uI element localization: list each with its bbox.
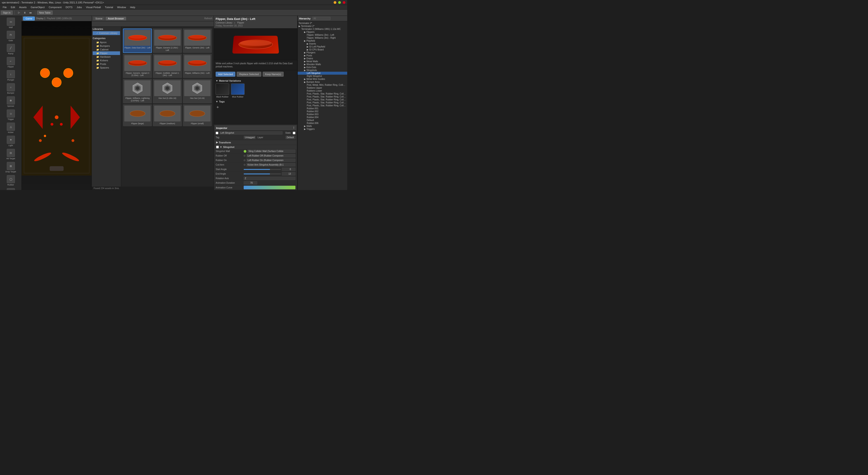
tab-asset-browser[interactable]: Asset Browser xyxy=(105,17,126,20)
object-name-value[interactable]: Left Slingshot xyxy=(219,131,283,135)
menu-item-file[interactable]: File xyxy=(1,5,8,9)
hier-item-9[interactable]: ▶ GI CPU Board xyxy=(298,48,347,51)
lib-cat-flipper[interactable]: 📁Flipper xyxy=(93,51,120,55)
tool-trigger[interactable]: ◇ Trigger xyxy=(1,109,21,121)
hier-item-31[interactable]: Rubber.003 xyxy=(298,113,347,116)
lib-cat-cabinet[interactable]: 📁Cabinet xyxy=(93,48,120,51)
rubber-on-value[interactable]: Left Rubber On (Rubber Componen xyxy=(246,158,296,162)
end-angle-slider[interactable] xyxy=(244,174,281,174)
tool-bumper[interactable]: ○ Bumper xyxy=(1,82,21,95)
hier-item-16[interactable]: ▶ Slingshots xyxy=(298,69,347,72)
coil-arm-value[interactable]: Kicker Arm Slingshot Assembly (B-1 xyxy=(246,163,296,167)
hier-item-5[interactable]: Flipper, Williams (3in) - Right xyxy=(298,36,347,39)
menu-item-visual pinball[interactable]: Visual Pinball xyxy=(84,5,103,9)
slingshot-enabled-checkbox[interactable] xyxy=(216,146,219,148)
tool-rubber[interactable]: ◯ Rubber xyxy=(1,174,21,187)
slingshot-wall-value[interactable]: Sling Collider Wall (Surface Collide xyxy=(247,149,296,153)
hier-item-6[interactable]: ▶ Playfield xyxy=(298,39,347,42)
start-angle-input[interactable] xyxy=(282,168,296,171)
tool-wall[interactable]: ▭ Wall xyxy=(1,17,21,29)
hier-item-27[interactable]: Post, Plastic, Star, Rubber Ring, Collid… xyxy=(298,101,347,104)
menu-item-edit[interactable]: Edit xyxy=(9,5,17,9)
hier-item-15[interactable]: ▶ Kick-Outs xyxy=(298,66,347,69)
menu-item-gameobject[interactable]: GameObject xyxy=(29,5,46,9)
asset-card-4[interactable]: Flipper, Gottlieb, Variant 1 (3in) - Lef… xyxy=(153,54,182,78)
rubber-on-radio[interactable]: ⦾ xyxy=(244,159,246,162)
hier-item-10[interactable]: ▶ Plungers xyxy=(298,51,347,54)
hier-item-32[interactable]: Rubber.004 xyxy=(298,116,347,119)
transform-section[interactable]: ▶ Transform xyxy=(215,140,296,145)
layer-value[interactable]: Default xyxy=(285,136,296,139)
rubber-off-radio[interactable]: ⦾ xyxy=(244,154,246,157)
asset-card-11[interactable]: Flipper (small) xyxy=(183,104,212,126)
common-library-item[interactable]: ✓ Common Library xyxy=(93,31,120,35)
hier-item-7[interactable]: ▶ Inserts xyxy=(298,42,347,45)
maximize-btn[interactable] xyxy=(338,1,341,4)
hier-item-19[interactable]: ▶ Metal Wire Guides xyxy=(298,78,347,81)
tool-flipper[interactable]: ⌐ Flipper xyxy=(1,56,21,69)
new-table-btn[interactable]: New Table xyxy=(37,11,53,15)
hier-item-3[interactable]: ▶ Flippers xyxy=(298,31,347,33)
hier-item-11[interactable]: ▶ Posts xyxy=(298,54,347,57)
menu-item-component[interactable]: Component xyxy=(47,5,63,9)
replace-selected-btn[interactable]: Replace Selected xyxy=(237,72,261,77)
hier-item-34[interactable]: Rubber.006 xyxy=(298,122,347,125)
hier-item-0[interactable]: Terminator 2* xyxy=(298,22,347,25)
mat-black-rubber[interactable]: Black Rubber xyxy=(216,84,229,98)
hier-item-24[interactable]: Post, Plastic, Star, Rubber Ring, Collid… xyxy=(298,92,347,95)
lib-cat-spacers[interactable]: 📁Spacers xyxy=(93,66,120,69)
lib-cat-hardware[interactable]: 📁Hardware xyxy=(93,55,120,59)
hierarchy-search[interactable] xyxy=(312,17,331,20)
hier-item-1[interactable]: ▶ Terminator 2* xyxy=(298,25,347,28)
lib-cat-apron[interactable]: 📁Apron xyxy=(93,40,120,44)
mat-blue-rubber[interactable]: Blue Rubber xyxy=(231,84,245,98)
minimize-btn[interactable] xyxy=(334,1,336,4)
hier-item-4[interactable]: Flipper, Williams (3in) - Left xyxy=(298,33,347,36)
lib-cat-kickers[interactable]: 📁Kickers xyxy=(93,59,120,62)
anim-curve-display[interactable] xyxy=(244,186,296,189)
menu-item-jobs[interactable]: Jobs xyxy=(75,5,84,9)
refresh-btn[interactable]: Refresh xyxy=(204,17,212,20)
hier-item-18[interactable]: Right Slingshot xyxy=(298,75,347,78)
menu-item-help[interactable]: Help xyxy=(128,5,137,9)
hier-item-2[interactable]: Terminator 2 (Williams 1991) 1.12a WC xyxy=(298,28,347,31)
hier-item-13[interactable]: ▶ Metal Walls xyxy=(298,60,347,63)
anim-duration-input[interactable] xyxy=(244,181,257,184)
sign-in-btn[interactable]: Sign in xyxy=(1,11,13,15)
asset-card-2[interactable]: Flipper, Generic (3in) - Left xyxy=(183,29,212,53)
object-active-checkbox[interactable] xyxy=(216,131,218,135)
menu-item-assets[interactable]: Assets xyxy=(18,5,29,9)
hier-item-20[interactable]: ▶ Bumper Area xyxy=(298,81,347,84)
static-checkbox[interactable] xyxy=(293,131,296,135)
tool-hit-target[interactable]: ⊡ Hit Target xyxy=(1,148,21,160)
hier-item-8[interactable]: ▶ GI Left Playfield xyxy=(298,45,347,48)
asset-card-10[interactable]: Flipper (medium) xyxy=(153,104,182,126)
hier-item-12[interactable]: ▶ Drains xyxy=(298,57,347,60)
tag-value[interactable]: Untagged xyxy=(244,136,256,139)
lib-cat-posts[interactable]: 📁Posts xyxy=(93,62,120,66)
asset-card-1[interactable]: Flipper, Generic (2.25in) - Left xyxy=(153,29,182,53)
tool-plunger[interactable]: ↕ Plunger xyxy=(1,69,21,82)
asset-card-7[interactable]: Hex Nut (0.18in-16) xyxy=(153,79,182,103)
tool-kicker[interactable]: △ Kicker xyxy=(1,122,21,135)
tool-primitive[interactable]: ⬡ Primitive xyxy=(1,187,21,190)
toolbar-icon-3[interactable]: ⏭ xyxy=(28,10,33,15)
hier-item-25[interactable]: Post, Plastic, Star, Rubber Ring, Collid… xyxy=(298,95,347,98)
hier-item-21[interactable]: Post, Metal, Mini, Rubber Ring, Collidab… xyxy=(298,84,347,86)
keep-names-btn[interactable]: Keep Name(s) xyxy=(263,72,284,77)
close-btn[interactable] xyxy=(343,1,345,4)
hier-item-29[interactable]: Rubber.001 xyxy=(298,107,347,110)
hier-item-17[interactable]: Left Slingshot xyxy=(298,72,347,75)
tab-game[interactable]: Game xyxy=(23,17,35,21)
hier-item-14[interactable]: ▶ Wooden Walls xyxy=(298,63,347,66)
tool-ramp[interactable]: ╱ Ramp xyxy=(1,43,21,56)
rubber-off-value[interactable]: Left Rubber Off (Rubber Componen xyxy=(246,154,296,157)
start-angle-slider[interactable] xyxy=(244,169,281,170)
asset-card-5[interactable]: Flipper, Williams (3in) - Left xyxy=(183,54,212,78)
hier-item-26[interactable]: Post, Plastic, Star, Rubber Ring, Collid… xyxy=(298,98,347,101)
lib-cat-bumpers[interactable]: 📁Bumpers xyxy=(93,44,120,48)
hier-item-35[interactable]: ▶ Walls xyxy=(298,125,347,127)
tool-drop-target[interactable]: ⊟ Drop Target xyxy=(1,161,21,174)
menu-item-tutorial[interactable]: Tutorial xyxy=(103,5,115,9)
hier-item-22[interactable]: Rubbers Upper xyxy=(298,86,347,89)
